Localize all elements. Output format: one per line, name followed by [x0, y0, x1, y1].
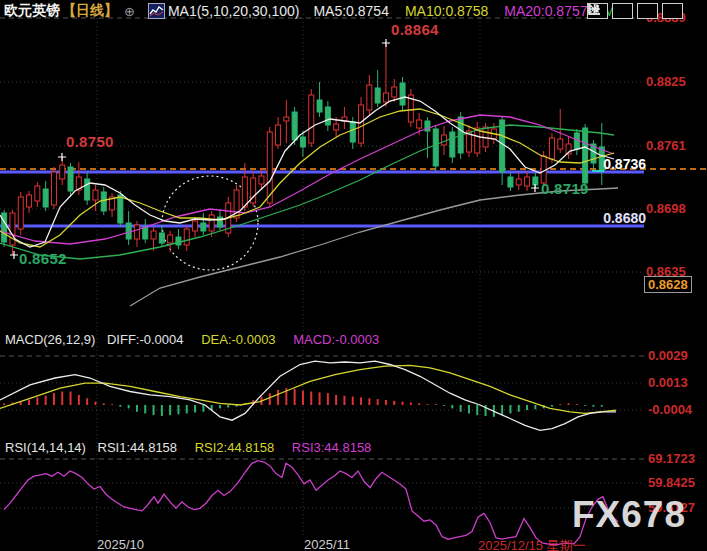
- time-axis-label: 2025/12/15 星期一: [478, 537, 586, 551]
- candle-down: [375, 70, 380, 107]
- macd-axis-label: 0.0029: [648, 348, 688, 363]
- go-to-latest-icon[interactable]: [662, 3, 683, 19]
- candle-up: [466, 125, 471, 157]
- rsi-caption-row: RSI(14,14,14) RSI1:44.8158 RSI2:44.8158 …: [5, 440, 371, 455]
- symbol-name: 欧元英镑: [4, 2, 60, 20]
- price-extreme-label: 0.8652: [19, 250, 67, 267]
- ma-settings-label: MA1(5,10,20,30,100): [168, 3, 300, 19]
- candle-down: [599, 123, 604, 185]
- price-extreme-label: 0.8750: [66, 133, 114, 150]
- candle-up: [276, 117, 281, 149]
- support-line-label: 0.8736: [603, 156, 646, 172]
- rsi-axis-label: 59.8425: [648, 475, 695, 490]
- candle-down: [317, 82, 322, 117]
- zoom-axis-left-icon[interactable]: [612, 3, 633, 19]
- candle-up: [93, 185, 98, 211]
- candle-down: [508, 173, 513, 191]
- extreme-cross-marker: [58, 153, 66, 161]
- candle-down: [201, 213, 206, 235]
- macd-name: MACD(26,12,9): [5, 332, 95, 347]
- candle-up: [51, 167, 56, 209]
- macd-diff-line: [0, 361, 616, 430]
- candle-up: [558, 109, 563, 153]
- macd-macd-value: MACD:-0.0003: [293, 332, 379, 347]
- candle-down: [43, 181, 48, 211]
- candle-up: [475, 122, 480, 157]
- candle-down: [591, 140, 596, 169]
- chart-type-icon[interactable]: [148, 3, 165, 19]
- candle-down: [176, 229, 181, 249]
- price-extreme-label: 0.8719: [541, 180, 589, 197]
- macd-axis-label: -0.0004: [648, 402, 692, 417]
- zoom-axis-right-icon[interactable]: [637, 3, 658, 19]
- extreme-cross-marker: [10, 251, 18, 259]
- price-axis-label: 0.8698: [646, 201, 686, 216]
- expand-icon[interactable]: ⊕: [124, 4, 135, 19]
- rsi1-value: RSI1:44.8158: [98, 440, 178, 455]
- rsi-line: [4, 461, 618, 545]
- candle-down: [2, 210, 7, 247]
- ma10-value: MA10:0.8758: [405, 3, 488, 19]
- ma20-value: MA20:0.8757: [504, 3, 587, 19]
- candle-up: [408, 89, 413, 127]
- candle-down: [433, 125, 438, 171]
- extreme-cross-marker: [382, 39, 390, 47]
- candle-up: [184, 225, 189, 251]
- candle-up: [60, 157, 65, 185]
- fx678-watermark: FX678: [572, 494, 686, 536]
- price-extreme-label: 0.8864: [391, 21, 439, 38]
- time-axis-label: 2025/10: [97, 537, 144, 551]
- candle-up: [134, 221, 139, 247]
- candle-down: [450, 127, 455, 163]
- macd-dea-line: [0, 365, 616, 413]
- time-axis-label: 2025/11: [304, 537, 350, 551]
- period-label[interactable]: 【日线】: [62, 2, 118, 20]
- candle-up: [383, 43, 388, 107]
- ma5-value: MA5:0.8754: [313, 3, 389, 19]
- candle-up: [342, 107, 347, 129]
- macd-caption-row: MACD(26,12,9) DIFF:-0.0004 DEA:-0.0003 M…: [5, 332, 379, 347]
- candle-up: [284, 100, 289, 143]
- support-line-label: 0.8680: [603, 210, 646, 226]
- price-axis-label: 0.8825: [646, 74, 686, 89]
- macd-diff-value: DIFF:-0.0004: [107, 332, 184, 347]
- candle-down: [118, 191, 123, 227]
- chart-toolbar: [587, 3, 683, 19]
- candle-down: [126, 211, 131, 245]
- candlestick-chart-canvas[interactable]: [0, 0, 707, 551]
- candle-up: [516, 173, 521, 190]
- rsi-axis-label: 69.1723: [648, 451, 695, 466]
- rsi-name: RSI(14,14,14): [5, 440, 86, 455]
- macd-dea-value: DEA:-0.0003: [201, 332, 275, 347]
- candle-down: [159, 225, 164, 247]
- rsi2-value: RSI2:44.8158: [195, 440, 275, 455]
- candle-down: [68, 163, 73, 197]
- candle-up: [168, 231, 173, 252]
- candle-down: [143, 219, 148, 243]
- candle-up: [251, 171, 256, 207]
- candle-up: [367, 75, 372, 115]
- macd-axis-label: 0.0013: [648, 375, 688, 390]
- candle-up: [309, 89, 314, 147]
- ma100-line: [130, 188, 618, 306]
- trading-chart-window: 欧元英镑 【日线】 ⊕ MA1(5,10,20,30,100) MA5:0.87…: [0, 0, 707, 551]
- rsi3-value: RSI3:44.8158: [292, 440, 372, 455]
- price-axis-label: 0.8761: [646, 138, 686, 153]
- candle-up: [27, 191, 32, 213]
- candle-up: [110, 193, 115, 217]
- last-price-axis-box: 0.8628: [644, 276, 692, 293]
- candle-up: [35, 182, 40, 207]
- candle-down: [85, 172, 90, 205]
- candle-up: [566, 137, 571, 159]
- candle-down: [325, 101, 330, 131]
- candle-down: [574, 129, 579, 155]
- candle-down: [425, 117, 430, 158]
- candle-up: [525, 171, 530, 191]
- candle-up: [18, 192, 23, 235]
